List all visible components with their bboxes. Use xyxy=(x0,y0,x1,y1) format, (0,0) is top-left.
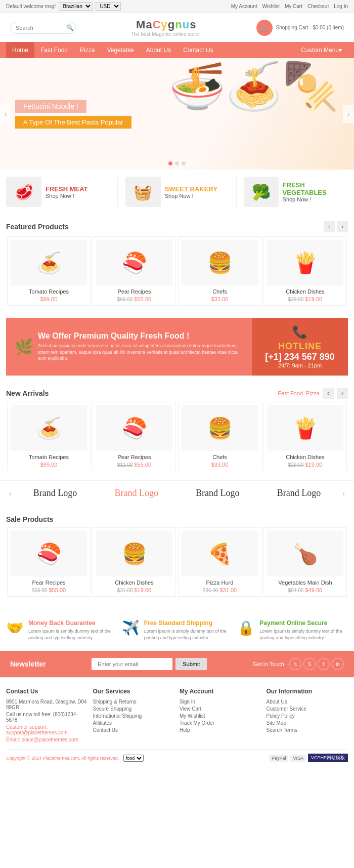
checkout-link[interactable]: Checkout xyxy=(307,4,329,9)
slider-dot-1[interactable] xyxy=(168,161,172,166)
new-product-name-2: Chefs xyxy=(182,454,258,460)
sale-product-card-0[interactable]: 🍣 Pear Recipes $66.00 $55.00 xyxy=(7,527,91,597)
search-box[interactable]: 🔍 xyxy=(10,22,76,34)
logo-tagline: The best Magento online store ! xyxy=(76,31,256,37)
cart-text[interactable]: Shopping Cart - $0.00 (0 item) xyxy=(276,25,344,30)
footer-service-4[interactable]: Contact Us xyxy=(93,727,175,733)
product-old-price-1: $69.00 xyxy=(117,297,133,302)
footer-service-1[interactable]: Secure Shopping xyxy=(93,706,175,712)
featured-prev-btn[interactable]: ‹ xyxy=(324,221,335,232)
cart-area[interactable]: 🛒 Shopping Cart - $0.00 (0 item) xyxy=(256,20,344,36)
sale-product-price-0: $66.00 $55.00 xyxy=(11,587,87,593)
footer-service-3[interactable]: Affiliates xyxy=(93,720,175,726)
sale-product-card-3[interactable]: 🍗 Vegetables Main Dish $64.00 $49.00 xyxy=(263,527,347,597)
slider-next-button[interactable]: › xyxy=(343,105,354,123)
new-product-name-0: Tomato Recipes xyxy=(11,454,87,460)
nav-pizza[interactable]: Pizza xyxy=(74,42,101,58)
my-cart-link[interactable]: My Cart xyxy=(285,4,302,9)
my-account-link[interactable]: My Account xyxy=(231,4,257,9)
nav-about-us[interactable]: About Us xyxy=(140,42,177,58)
footer-account-2[interactable]: My Wishlist xyxy=(180,713,261,719)
cat-title-meat[interactable]: FRESH MEAT xyxy=(46,185,88,193)
new-product-card-1[interactable]: 🍣 Pear Recipes $11.00 $55.00 xyxy=(93,402,176,471)
sale-product-name-2: Pizza Hurd xyxy=(182,580,258,586)
tab-fast-food[interactable]: Fast Food xyxy=(278,389,303,397)
new-arrivals-prev-btn[interactable]: ‹ xyxy=(323,388,334,399)
cat-title-veg[interactable]: FRESH VEGETABLES xyxy=(283,181,348,196)
footer-info-2[interactable]: Policy Policy xyxy=(267,713,348,719)
cat-shop-veg[interactable]: Shop Now ! xyxy=(283,196,348,202)
cat-info-veg: FRESH VEGETABLES Shop Now ! xyxy=(283,181,348,202)
nav-fast-food[interactable]: Fast Food xyxy=(34,42,74,58)
facebook-icon[interactable]: f xyxy=(318,658,330,670)
custom-menu[interactable]: Custom Menu ▾ xyxy=(295,42,348,58)
search-input[interactable] xyxy=(16,25,66,31)
cat-shop-bakery[interactable]: Shop Now ! xyxy=(165,193,217,199)
twitter-icon[interactable]: 𝕏 xyxy=(289,658,301,670)
login-link[interactable]: Log In xyxy=(334,4,348,9)
footer-info-3[interactable]: Site Map xyxy=(267,720,348,726)
slider-prev-button[interactable]: ‹ xyxy=(0,105,11,123)
featured-next-btn[interactable]: › xyxy=(337,221,348,232)
brands-row: ‹ Brand Logo Brand Logo Brand Logo Brand… xyxy=(0,480,354,506)
nav-home[interactable]: Home xyxy=(6,42,34,58)
new-product-card-0[interactable]: 🍝 Tomato Recipes $99.00 xyxy=(7,402,91,471)
footer-contact-title: Contact Us xyxy=(6,688,88,695)
category-banners: 🥩 FRESH MEAT Shop Now ! 🧺 SWEET BAKERY S… xyxy=(0,170,354,214)
tab-pizza[interactable]: Pizza xyxy=(306,389,320,397)
footer-account-1[interactable]: View Cart xyxy=(180,706,261,712)
sale-product-card-2[interactable]: 🍕 Pizza Hurd $36.00 $31.00 xyxy=(178,527,261,597)
footer-account-4[interactable]: Help xyxy=(180,727,261,733)
newsletter-input[interactable] xyxy=(92,658,172,670)
slider-dot-2[interactable] xyxy=(175,161,179,166)
language-select[interactable]: Brazilian xyxy=(59,2,93,11)
linkedin-icon[interactable]: in xyxy=(332,658,344,670)
new-arrivals-next-btn[interactable]: › xyxy=(337,388,348,399)
newsletter-social: Get In Touch 𝕏 S f in xyxy=(253,658,344,670)
promo-banner: 🌿 We Offer Premium Quality Fresh Food ! … xyxy=(6,318,348,376)
footer-email: Email: place@placethemes.com xyxy=(6,737,88,742)
newsletter-submit-btn[interactable]: Submit xyxy=(175,658,207,670)
brand-logo-2[interactable]: Brand Logo xyxy=(177,488,258,499)
snapchat-icon[interactable]: S xyxy=(303,658,316,670)
footer-service-0[interactable]: Shipping & Returns xyxy=(93,699,175,705)
slider-dot-3[interactable] xyxy=(182,161,186,166)
brand-logo-1[interactable]: Brand Logo xyxy=(96,488,177,499)
brand-logo-3[interactable]: Brand Logo xyxy=(258,488,340,499)
product-card-3[interactable]: 🍟 Chicken Dishes $29.00 $19.00 xyxy=(263,236,347,306)
new-product-card-3[interactable]: 🍟 Chicken Dishes $29.00 $19.00 xyxy=(263,402,347,471)
currency-select[interactable]: USD xyxy=(96,2,121,11)
wishlist-link[interactable]: Wishlist xyxy=(262,4,279,9)
footer-email-link[interactable]: Email: place@placethemes.com xyxy=(6,737,88,742)
feature-money-back-text: Money Back Guarantee Lorem ipsum is simp… xyxy=(28,619,117,641)
footer-account-0[interactable]: Sign In xyxy=(180,699,261,705)
hero-content: Fettucini Noodle ! A Type Of The Best Pa… xyxy=(0,90,147,139)
cart-icon[interactable]: 🛒 xyxy=(256,20,273,36)
sale-product-img-1: 🍔 xyxy=(96,531,172,576)
cat-title-bakery[interactable]: SWEET BAKERY xyxy=(165,185,217,193)
new-arrivals-products-grid: 🍝 Tomato Recipes $99.00 🍣 Pear Recipes $… xyxy=(0,402,354,478)
brand-logo-0[interactable]: Brand Logo xyxy=(15,488,96,499)
product-card-1[interactable]: 🍣 Pear Recipes $69.00 $55.00 xyxy=(93,236,176,306)
new-product-card-2[interactable]: 🍔 Chefs $33.00 xyxy=(178,402,261,471)
sale-old-price-3: $64.00 xyxy=(288,588,304,593)
footer-support-link[interactable]: Customer support: support@placethemes.co… xyxy=(6,724,88,735)
brands-next-btn[interactable]: › xyxy=(339,489,348,498)
shipping-title: Free Standard Shipping xyxy=(144,619,233,627)
brands-prev-btn[interactable]: ‹ xyxy=(6,489,15,498)
footer-account-3[interactable]: Track My Order xyxy=(180,720,261,726)
cat-divider-2 xyxy=(236,177,237,207)
footer-info-4[interactable]: Search Terms xyxy=(267,727,348,733)
product-card-2[interactable]: 🍔 Chefs $33.00 xyxy=(178,236,261,306)
footer-lang-select[interactable]: food xyxy=(123,755,144,762)
cat-shop-meat[interactable]: Shop Now ! xyxy=(46,193,88,199)
nav-contact-us[interactable]: Contact Us xyxy=(177,42,219,58)
footer-info-0[interactable]: About Us xyxy=(267,699,348,705)
footer-info-1[interactable]: Customer Service xyxy=(267,706,348,712)
cat-banner-bakery: 🧺 SWEET BAKERY Shop Now ! xyxy=(125,177,229,207)
sale-product-card-1[interactable]: 🍔 Chicken Dishes $31.00 $19.00 xyxy=(93,527,176,597)
product-card-0[interactable]: 🍝 Tomato Recipes $99.00 xyxy=(7,236,91,306)
nav-vegetable[interactable]: Vegetable xyxy=(101,42,140,58)
cat-banner-veg: 🥦 FRESH VEGETABLES Shop Now ! xyxy=(244,177,348,207)
footer-service-2[interactable]: International Shipping xyxy=(93,713,175,719)
